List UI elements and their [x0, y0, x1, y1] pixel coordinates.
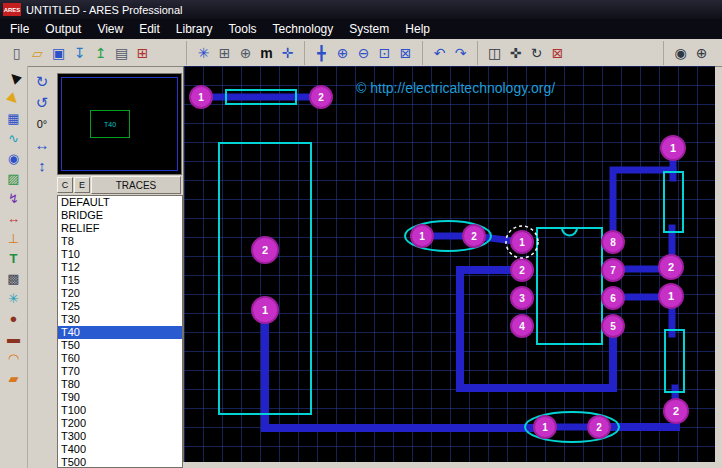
menu-file[interactable]: File	[2, 20, 37, 38]
zoom-all-icon[interactable]: ⊠	[395, 42, 416, 63]
tools-group: ◉⊕	[663, 41, 715, 65]
import-icon[interactable]: ↧	[69, 42, 90, 63]
grid-toggle-icon[interactable]: ⊞	[214, 42, 235, 63]
zoom-in-icon[interactable]: ⊕	[332, 42, 353, 63]
metric-toggle-icon[interactable]: m	[256, 42, 277, 63]
overview-panel[interactable]: T40	[57, 73, 182, 175]
flip-horizontal-button[interactable]: ↔	[31, 135, 53, 154]
selector-edit-button[interactable]: E	[74, 177, 90, 193]
redo-icon[interactable]: ↷	[450, 42, 471, 63]
pad-number: 2	[471, 231, 477, 242]
rotate-ccw-button[interactable]: ↺	[31, 93, 53, 112]
list-item-t400[interactable]: T400	[58, 443, 182, 456]
zoom-out-icon[interactable]: ⊖	[353, 42, 374, 63]
list-item-bridge[interactable]: BRIDGE	[58, 209, 182, 222]
rotate-cw-button[interactable]: ↻	[31, 72, 53, 91]
symbol-mode-icon[interactable]: ▩	[4, 269, 24, 288]
pad-number: 1	[542, 422, 548, 433]
list-item-t30[interactable]: T30	[58, 313, 182, 326]
component-outline[interactable]	[537, 228, 602, 344]
list-item-t10[interactable]: T10	[58, 248, 182, 261]
menu-edit[interactable]: Edit	[131, 20, 168, 38]
block-delete-icon[interactable]: ⊠	[547, 42, 568, 63]
graphics-arc-icon[interactable]: ◠	[4, 349, 24, 368]
list-item-t500[interactable]: T500	[58, 456, 182, 468]
zoom-group: ╋⊕⊖⊡⊠	[304, 41, 419, 65]
flip-vertical-button[interactable]: ↕	[31, 156, 53, 175]
list-item-t300[interactable]: T300	[58, 430, 182, 443]
angle-display: 0°	[31, 114, 53, 133]
zone-mode-icon[interactable]: ▨	[4, 169, 24, 188]
list-item-t20[interactable]: T20	[58, 287, 182, 300]
list-item-default[interactable]: DEFAULT	[58, 196, 182, 209]
component-outline[interactable]	[665, 330, 684, 392]
open-folder-icon[interactable]: ▱	[27, 42, 48, 63]
overview-preview-box: T40	[90, 110, 130, 138]
graphics-path-icon[interactable]: ▰	[4, 369, 24, 388]
block-copy-icon[interactable]: ◫	[484, 42, 505, 63]
pad-number: 2	[596, 422, 602, 433]
list-item-t40[interactable]: T40	[58, 326, 182, 339]
search-zoom-icon[interactable]: ⊕	[691, 42, 712, 63]
print-icon[interactable]: ▤	[111, 42, 132, 63]
block-move-icon[interactable]: ✜	[505, 42, 526, 63]
trace-mode-icon[interactable]: ∿	[4, 129, 24, 148]
trace-style-list[interactable]: DEFAULTBRIDGERELIEFT8T10T12T15T20T25T30T…	[57, 195, 183, 468]
toolbar: ▯▱▣↧↥▤⊞✳⊞⊕m✛╋⊕⊖⊡⊠↶↷◫✜↻⊠◉⊕	[0, 39, 722, 67]
pad-number: 1	[670, 142, 676, 154]
list-item-relief[interactable]: RELIEF	[58, 222, 182, 235]
menu-tools[interactable]: Tools	[221, 20, 265, 38]
list-item-t50[interactable]: T50	[58, 339, 182, 352]
menu-technology[interactable]: Technology	[265, 20, 342, 38]
list-item-t200[interactable]: T200	[58, 417, 182, 430]
graphics-box-icon[interactable]: ▬	[4, 329, 24, 348]
false-origin-icon[interactable]: ⊕	[235, 42, 256, 63]
pcb-svg[interactable]: 12211212348765121212© http://electricalt…	[184, 66, 715, 462]
selector-title: TRACES	[91, 176, 181, 194]
window-title: UNTITLED - ARES Professional	[26, 4, 183, 16]
text-mode-icon[interactable]: T	[4, 249, 24, 268]
menu-view[interactable]: View	[89, 20, 131, 38]
list-item-t12[interactable]: T12	[58, 261, 182, 274]
pin-mode-icon[interactable]: ⊥	[4, 229, 24, 248]
list-item-t8[interactable]: T8	[58, 235, 182, 248]
pad-number: 8	[610, 237, 616, 248]
list-item-t80[interactable]: T80	[58, 378, 182, 391]
zoom-area-icon[interactable]: ⊡	[374, 42, 395, 63]
menu-library[interactable]: Library	[168, 20, 221, 38]
new-file-icon[interactable]: ▯	[6, 42, 27, 63]
list-item-t70[interactable]: T70	[58, 365, 182, 378]
pan-icon[interactable]: ╋	[311, 42, 332, 63]
menubar: FileOutputViewEditLibraryToolsTechnology…	[0, 19, 722, 39]
menu-help[interactable]: Help	[397, 20, 438, 38]
block-rotate-icon[interactable]: ↻	[526, 42, 547, 63]
menu-output[interactable]: Output	[37, 20, 89, 38]
selector-create-button[interactable]: C	[57, 177, 73, 193]
pad-number: 5	[610, 321, 616, 332]
ratsnest-mode-icon[interactable]: ↯	[4, 189, 24, 208]
x-cursor-icon[interactable]: ✛	[277, 42, 298, 63]
graphics-circle-icon[interactable]: ●	[4, 309, 24, 328]
list-item-t100[interactable]: T100	[58, 404, 182, 417]
marker-mode-icon[interactable]: ✳	[4, 289, 24, 308]
ic-notch	[562, 228, 577, 236]
overview-preview-label: T40	[104, 121, 116, 128]
list-item-t60[interactable]: T60	[58, 352, 182, 365]
menu-system[interactable]: System	[341, 20, 397, 38]
pad-number: 7	[610, 265, 616, 276]
list-item-t25[interactable]: T25	[58, 300, 182, 313]
copper-trace[interactable]	[265, 310, 545, 428]
undo-icon[interactable]: ↶	[429, 42, 450, 63]
list-item-t90[interactable]: T90	[58, 391, 182, 404]
pick-parts-icon[interactable]: ◉	[670, 42, 691, 63]
save-icon[interactable]: ▣	[48, 42, 69, 63]
pad-number: 1	[519, 237, 525, 248]
pad-number: 1	[262, 304, 268, 316]
mark-output-icon[interactable]: ⊞	[132, 42, 153, 63]
export-icon[interactable]: ↥	[90, 42, 111, 63]
list-item-t15[interactable]: T15	[58, 274, 182, 287]
connectivity-mode-icon[interactable]: ↔	[4, 209, 24, 228]
pcb-canvas[interactable]: 12211212348765121212© http://electricalt…	[183, 66, 715, 462]
via-mode-icon[interactable]: ◉	[4, 149, 24, 168]
redraw-icon[interactable]: ✳	[193, 42, 214, 63]
